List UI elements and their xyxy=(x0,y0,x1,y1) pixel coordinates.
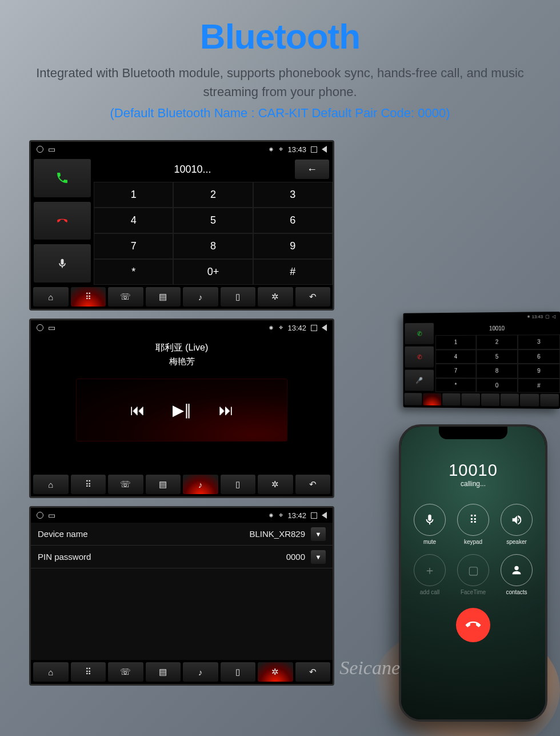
nav-music-icon[interactable]: ♪ xyxy=(183,287,218,307)
mount-mic-button[interactable]: 🎤 xyxy=(405,369,434,391)
mn-item[interactable] xyxy=(481,393,499,406)
call-hangup-button[interactable] xyxy=(34,202,91,240)
m-key[interactable]: 9 xyxy=(518,364,560,379)
nav-home-icon[interactable]: ⌂ xyxy=(33,475,69,494)
status-bar: ▭ ⁕ ⌖ 13:43 xyxy=(31,142,333,157)
nav-music-icon[interactable]: ♪ xyxy=(183,475,218,494)
phone-contacts-button[interactable] xyxy=(501,554,533,586)
key-6[interactable]: 6 xyxy=(253,208,333,233)
nav-dialpad-icon[interactable]: ⠿ xyxy=(71,475,106,494)
home-circle-icon[interactable] xyxy=(37,512,43,519)
phone-end-call-button[interactable] xyxy=(449,601,498,650)
m-key[interactable]: # xyxy=(518,378,560,393)
phone-keypad-button[interactable]: ⠿ xyxy=(457,504,489,536)
mn-item[interactable] xyxy=(442,393,461,406)
nav-settings-icon[interactable]: ✲ xyxy=(258,475,293,494)
call-answer-button[interactable] xyxy=(34,159,91,197)
m-key[interactable]: 7 xyxy=(435,364,476,378)
clock: 13:43 xyxy=(287,145,306,154)
back-nav-icon[interactable] xyxy=(322,146,327,153)
nav-dialpad-icon[interactable]: ⠿ xyxy=(71,287,106,307)
nav-settings-icon[interactable]: ✲ xyxy=(258,287,293,307)
mn-item[interactable] xyxy=(540,394,559,407)
key-hash[interactable]: # xyxy=(253,259,333,285)
bluetooth-icon: ⁕ xyxy=(268,145,274,154)
home-circle-icon[interactable] xyxy=(37,146,43,153)
nav-back-icon[interactable]: ↶ xyxy=(295,287,331,307)
player-controls: ⏮ ▶∥ ⏭ xyxy=(76,379,287,441)
mount-hangup-button[interactable]: ✆ xyxy=(405,347,434,368)
phone-contacts-label: contacts xyxy=(506,589,527,595)
m-key[interactable]: 2 xyxy=(476,335,518,349)
status-bar: ▭ ⁕ ⌖ 13:42 xyxy=(31,320,333,335)
m-key[interactable]: 0 xyxy=(476,378,518,393)
device-name-label: Device name xyxy=(38,529,249,539)
mounted-headunit: ⁕ 13:43▢◁ ✆ ✆ 🎤 10010 123 456 789 *0# xyxy=(403,312,560,409)
nav-device-icon[interactable]: ▯ xyxy=(221,287,256,307)
key-8[interactable]: 8 xyxy=(173,233,253,259)
m-key[interactable]: 5 xyxy=(476,349,518,364)
nav-home-icon[interactable]: ⌂ xyxy=(33,287,69,307)
m-key[interactable]: 3 xyxy=(518,335,560,349)
phone-speaker-button[interactable] xyxy=(501,504,533,536)
phone-addcall-button[interactable]: ＋ xyxy=(414,554,446,586)
nav-phonebook-icon[interactable]: ▤ xyxy=(146,475,181,494)
device-name-dropdown[interactable]: ▼ xyxy=(311,527,326,541)
nav-contacts-icon[interactable]: ☏ xyxy=(108,475,143,494)
back-nav-icon[interactable] xyxy=(322,324,327,331)
settings-screen: ▭ ⁕ ⌖ 13:42 Device name BLINK_XR829 ▼ PI… xyxy=(29,506,334,686)
key-5[interactable]: 5 xyxy=(173,208,253,233)
nav-dialpad-icon[interactable]: ⠿ xyxy=(71,662,106,682)
mn-item[interactable] xyxy=(520,394,539,407)
dialed-number: 10010... xyxy=(94,164,291,176)
phone-mute-button[interactable] xyxy=(414,504,446,536)
header: Bluetooth Integrated with Bluetooth modu… xyxy=(0,0,560,132)
nav-back-icon[interactable]: ↶ xyxy=(295,475,331,494)
backspace-button[interactable]: ← xyxy=(295,160,329,179)
nav-device-icon[interactable]: ▯ xyxy=(221,662,256,682)
mn-item[interactable] xyxy=(405,393,422,405)
home-circle-icon[interactable] xyxy=(37,324,43,331)
nav-home-icon[interactable]: ⌂ xyxy=(33,662,69,682)
key-4[interactable]: 4 xyxy=(94,208,173,233)
pin-dropdown[interactable]: ▼ xyxy=(311,550,326,564)
next-track-icon[interactable]: ⏭ xyxy=(219,401,234,419)
play-pause-icon[interactable]: ▶∥ xyxy=(173,401,191,419)
back-nav-icon[interactable] xyxy=(322,512,327,519)
m-key[interactable]: * xyxy=(435,378,476,392)
nav-phonebook-icon[interactable]: ▤ xyxy=(146,287,181,307)
prev-track-icon[interactable]: ⏮ xyxy=(130,401,145,419)
mount-answer-button[interactable]: ✆ xyxy=(405,323,434,344)
key-3[interactable]: 3 xyxy=(253,182,333,208)
nav-music-icon[interactable]: ♪ xyxy=(183,662,218,682)
phone-facetime-button[interactable]: ▢ xyxy=(457,554,489,586)
nav-contacts-icon[interactable]: ☏ xyxy=(108,287,143,307)
m-key[interactable]: 1 xyxy=(435,335,476,349)
nav-settings-icon[interactable]: ✲ xyxy=(258,662,293,682)
pin-value: 0000 xyxy=(286,552,305,562)
mn-item[interactable] xyxy=(462,393,480,406)
key-0[interactable]: 0+ xyxy=(173,259,253,285)
m-key[interactable]: 6 xyxy=(518,349,560,364)
location-icon: ⌖ xyxy=(279,145,283,154)
key-7[interactable]: 7 xyxy=(94,233,173,259)
recent-icon[interactable] xyxy=(311,325,317,331)
location-icon: ⌖ xyxy=(279,511,283,520)
key-star[interactable]: * xyxy=(94,259,173,285)
nav-contacts-icon[interactable]: ☏ xyxy=(108,662,143,682)
recent-icon[interactable] xyxy=(311,512,317,519)
key-9[interactable]: 9 xyxy=(253,233,333,259)
recent-icon[interactable] xyxy=(311,146,317,153)
key-1[interactable]: 1 xyxy=(94,182,173,208)
phone-notch xyxy=(439,427,507,439)
m-key[interactable]: 8 xyxy=(476,364,518,378)
nav-back-icon[interactable]: ↶ xyxy=(295,662,331,682)
m-key[interactable]: 4 xyxy=(435,349,476,364)
key-2[interactable]: 2 xyxy=(173,182,253,208)
mic-button[interactable] xyxy=(34,244,91,283)
nav-device-icon[interactable]: ▯ xyxy=(221,475,256,494)
nav-phonebook-icon[interactable]: ▤ xyxy=(146,662,181,682)
bottom-nav: ⌂ ⠿ ☏ ▤ ♪ ▯ ✲ ↶ xyxy=(31,472,333,496)
mn-item[interactable] xyxy=(423,393,441,405)
mn-item[interactable] xyxy=(501,393,519,406)
